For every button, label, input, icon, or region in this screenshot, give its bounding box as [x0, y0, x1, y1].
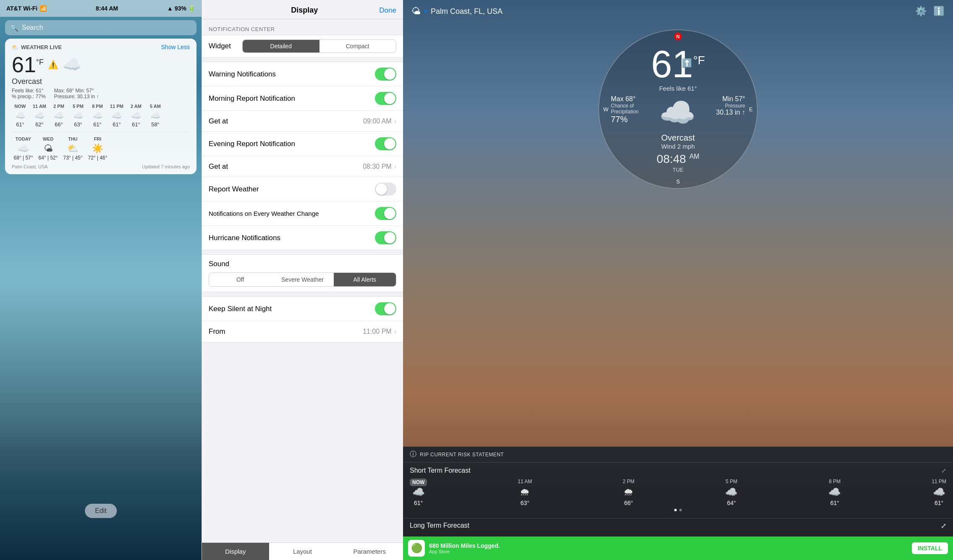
status-bar: AT&T Wi-Fi 📶 8:44 AM ▲ 93% 🔋: [0, 0, 202, 17]
alert-text: RIP CURRENT RISK STATEMENT: [420, 452, 504, 458]
bottom-panel: ⓘ RIP CURRENT RISK STATEMENT Short Term …: [403, 447, 953, 560]
from-row[interactable]: From 11:00 PM ›: [202, 321, 403, 342]
condition-text: Overcast: [12, 77, 190, 86]
widget-label: Widget: [209, 42, 238, 50]
tab-display[interactable]: Display: [202, 543, 269, 560]
fc-icon-2: 🌧: [623, 486, 634, 498]
battery-label: 93%: [175, 5, 186, 12]
show-less-button[interactable]: Show Less: [161, 44, 190, 50]
fc-temp-2: 66°: [624, 500, 633, 506]
display-title: Display: [291, 6, 318, 15]
report-weather-row: Report Weather: [202, 177, 403, 201]
fc-label-3: 5 PM: [725, 479, 737, 484]
alert-banner[interactable]: ⓘ RIP CURRENT RISK STATEMENT: [403, 447, 953, 463]
seg-compact[interactable]: Compact: [319, 40, 396, 52]
morning-chevron-icon: ›: [394, 118, 396, 125]
morning-get-at-row[interactable]: Get at 09:00 AM ›: [202, 111, 403, 132]
page-indicator: [410, 506, 946, 514]
precip-label: Chance ofPrecipitation: [611, 103, 639, 115]
compass-north-marker: N: [674, 33, 682, 40]
settings-icon[interactable]: ⚙️: [915, 6, 927, 17]
warning-notifications-label: Warning Notifications: [209, 70, 276, 79]
precip-value: 77%: [611, 115, 639, 124]
warning-notifications-row: Warning Notifications: [202, 62, 403, 86]
warning-notifications-toggle[interactable]: [375, 68, 396, 81]
tab-layout[interactable]: Layout: [269, 543, 336, 560]
expand-icon[interactable]: ⤢: [941, 467, 946, 474]
warning-icon: ⚠️: [48, 60, 58, 70]
feels-like-label: Feels like 61°: [659, 85, 697, 92]
evening-report-row: Evening Report Notification: [202, 132, 403, 156]
widget-segmented-control[interactable]: Detailed Compact: [242, 39, 396, 53]
hourly-forecast-list: NOW ☁️ 61° 11 AM 🌧 63° 2 PM 🌧 66° 5 PM ☁…: [410, 479, 946, 506]
fc-label-4: 8 PM: [829, 479, 840, 484]
long-term-expand-icon[interactable]: ⤢: [941, 522, 946, 530]
morning-report-label: Morning Report Notification: [209, 94, 295, 103]
dot-2: [679, 509, 682, 511]
location-dropdown-icon: ▼: [423, 8, 428, 14]
done-button[interactable]: Done: [379, 6, 396, 15]
day-wed: WED 🌤 64° | 52°: [37, 136, 60, 161]
fc-icon-4: ☁️: [828, 486, 841, 498]
display-settings-panel: Display Done NOTIFICATION CENTER Widget …: [202, 0, 403, 560]
cloud-icon: ☁️: [63, 56, 81, 73]
morning-get-at-value: 09:00 AM: [363, 118, 392, 125]
every-weather-change-toggle[interactable]: [375, 207, 396, 220]
keep-silent-toggle[interactable]: [375, 302, 396, 315]
ad-text: 680 Million Miles Logged. App Store: [429, 542, 908, 554]
sound-severe-option[interactable]: Severe Weather: [271, 273, 333, 286]
location-icon: ▲: [167, 5, 173, 12]
ad-banner: 🟢 680 Million Miles Logged. App Store IN…: [403, 536, 953, 560]
edit-button[interactable]: Edit: [85, 504, 117, 518]
search-placeholder: Search: [22, 24, 43, 31]
location-area: 🌤 ▼ Palm Coast, FL, USA: [411, 6, 503, 17]
fc-hour-1: 11 AM 🌧 63°: [518, 479, 532, 506]
current-temperature: 61°F: [12, 54, 44, 76]
long-term-title: Long Term Forecast: [410, 522, 469, 530]
hour-item-0: NOW ☁️ 61°: [12, 104, 29, 128]
report-weather-toggle[interactable]: [375, 183, 396, 196]
share-icon[interactable]: ⬆️: [682, 58, 692, 68]
fc-hour-2: 2 PM 🌧 66°: [623, 479, 634, 506]
battery-icon: 🔋: [188, 5, 195, 12]
long-term-forecast: Long Term Forecast ⤢: [403, 518, 953, 536]
compass-south: S: [676, 178, 680, 185]
center-weather-info: 61°F ⬆️ Feels like 61° Max 68° Chance of…: [607, 45, 749, 173]
every-weather-change-label: Notifications on Every Weather Change: [209, 210, 319, 217]
fc-hour-0: NOW ☁️ 61°: [410, 479, 427, 506]
evening-get-at-value: 08:30 PM: [363, 163, 391, 170]
install-button[interactable]: INSTALL: [912, 542, 948, 554]
fc-temp-0: 61°: [414, 500, 423, 506]
morning-report-toggle[interactable]: [375, 92, 396, 105]
info-icon[interactable]: ℹ️: [933, 6, 945, 17]
evening-get-at-row[interactable]: Get at 08:30 PM ›: [202, 156, 403, 177]
from-chevron-icon: ›: [394, 328, 396, 335]
condition-main: Overcast: [661, 133, 695, 143]
silent-section: Keep Silent at Night From 11:00 PM ›: [202, 296, 403, 343]
hurricane-notifications-toggle[interactable]: [375, 231, 396, 244]
header-icons: ⚙️ ℹ️: [915, 6, 945, 17]
fc-temp-5: 61°: [935, 500, 943, 506]
fc-temp-4: 61°: [830, 500, 839, 506]
sound-off-option[interactable]: Off: [209, 273, 271, 286]
widget-footer: Palm Coast, USA Updated 7 minutes ago: [12, 164, 190, 169]
keep-silent-row: Keep Silent at Night: [202, 297, 403, 321]
main-temperature: 61°F: [651, 43, 705, 85]
ad-subtitle: App Store: [429, 549, 908, 554]
fc-temp-3: 64°: [727, 500, 736, 506]
widget-app-name: WEATHER LIVE: [21, 44, 62, 50]
sound-segmented-control[interactable]: Off Severe Weather All Alerts: [209, 272, 396, 287]
location-label: Palm Coast, FL, USA: [431, 7, 503, 16]
wind-label: Wind 2 mph: [661, 143, 695, 150]
main-cloud-icon: ☁️: [659, 96, 696, 129]
every-weather-change-row: Notifications on Every Weather Change: [202, 201, 403, 226]
sound-all-alerts-option[interactable]: All Alerts: [334, 273, 396, 286]
evening-report-label: Evening Report Notification: [209, 140, 295, 148]
time-label: 8:44 AM: [96, 5, 118, 12]
evening-report-toggle[interactable]: [375, 137, 396, 150]
widget-type-row: Widget Detailed Compact: [202, 35, 403, 58]
tab-parameters[interactable]: Parameters: [336, 543, 403, 560]
fc-hour-5: 11 PM ☁️ 61°: [932, 479, 946, 506]
seg-detailed[interactable]: Detailed: [243, 40, 319, 52]
search-bar[interactable]: 🔍 Search: [5, 20, 196, 35]
